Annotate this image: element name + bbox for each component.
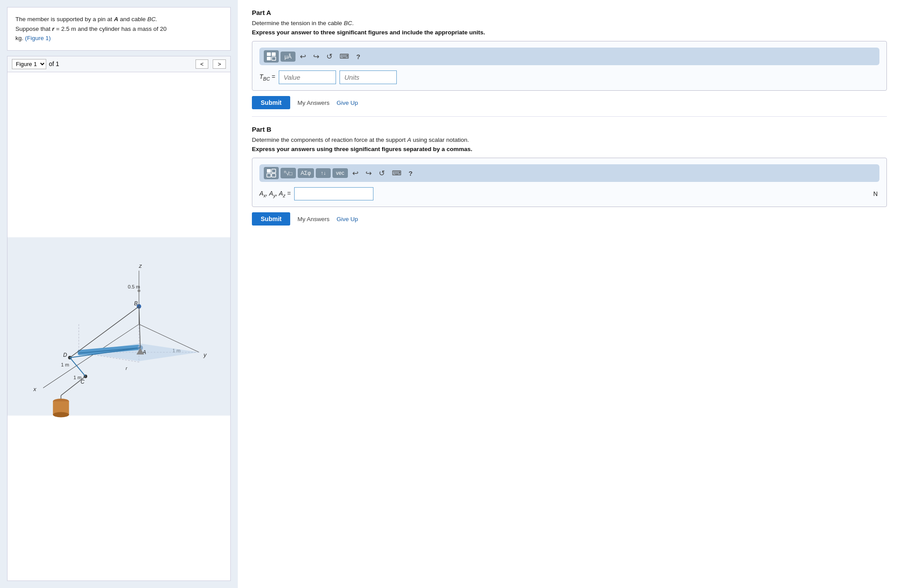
svg-rect-0 (7, 237, 230, 415)
part-b-answer-box: n√□ ΑΣφ ↑↓ vec ↩ ↪ ↺ ⌨ ? (252, 158, 887, 207)
part-a-input-row: TBC = (259, 70, 879, 84)
part-a-toolbar: μÅ ↩ ↪ ↺ ⌨ ? (259, 48, 879, 65)
svg-rect-40 (267, 52, 271, 56)
symbol-button-a[interactable]: μÅ (281, 52, 295, 62)
figure-select[interactable]: Figure 1 (12, 59, 46, 69)
help-button-a[interactable]: ? (354, 52, 363, 61)
part-a-section: Part A Determine the tension in the cabl… (252, 0, 887, 117)
problem-text-6: . (22, 35, 25, 41)
svg-point-39 (138, 289, 140, 292)
svg-text:D: D (63, 352, 67, 358)
svg-text:0.5 m: 0.5 m (128, 284, 140, 289)
problem-text-2: and cable (118, 16, 147, 22)
give-up-b[interactable]: Give Up (336, 216, 358, 222)
figure-svg: z y x 0.5 m 1 m 1 m 1 m r (7, 72, 230, 581)
part-b-section: Part B Determine the components of react… (252, 117, 887, 233)
give-up-a[interactable]: Give Up (336, 100, 358, 106)
part-a-answer-box: μÅ ↩ ↪ ↺ ⌨ ? TBC = (252, 41, 887, 91)
part-a-title: Part A (252, 9, 887, 16)
template-button-a[interactable] (264, 50, 279, 63)
greek-button-b[interactable]: ΑΣφ (298, 168, 314, 178)
figure-container: Figure 1 of 1 < > z y x 0.5 m 1 m 1 m 1 … (7, 56, 231, 581)
part-a-action-row: Submit My Answers Give Up (252, 96, 887, 109)
right-panel: Part A Determine the tension in the cabl… (238, 0, 901, 588)
left-panel: The member is supported by a pin at A an… (0, 0, 238, 588)
svg-point-35 (53, 412, 69, 417)
tbc-label: TBC = (259, 73, 275, 81)
svg-rect-45 (272, 169, 276, 173)
vec-button-b[interactable]: vec (332, 168, 348, 178)
svg-rect-43 (272, 57, 276, 60)
svg-rect-42 (267, 57, 271, 60)
part-b-input-row: Ax, Ay, Az = N (259, 187, 879, 200)
keyboard-button-a[interactable]: ⌨ (337, 52, 352, 61)
svg-text:1 m: 1 m (61, 362, 69, 367)
submit-button-a[interactable]: Submit (252, 96, 290, 109)
figure-next-button[interactable]: > (213, 59, 226, 69)
help-button-b[interactable]: ? (406, 169, 415, 178)
part-a-instruction: Express your answer to three significant… (252, 29, 887, 36)
redo-button-a[interactable]: ↪ (310, 51, 322, 62)
part-b-A: A (407, 137, 411, 143)
value-input-a[interactable] (279, 70, 336, 84)
reset-button-b[interactable]: ↺ (376, 168, 388, 179)
svg-rect-41 (272, 52, 276, 56)
reset-button-a[interactable]: ↺ (324, 51, 335, 62)
figure-canvas: z y x 0.5 m 1 m 1 m 1 m r (7, 72, 230, 581)
problem-cable-BC: BC. (147, 16, 157, 22)
svg-text:B: B (134, 300, 137, 306)
my-answers-b[interactable]: My Answers (297, 216, 329, 222)
svg-text:z: z (139, 262, 142, 269)
problem-box: The member is supported by a pin at A an… (7, 7, 231, 51)
part-b-toolbar: n√□ ΑΣφ ↑↓ vec ↩ ↪ ↺ ⌨ ? (259, 164, 879, 182)
submit-button-b[interactable]: Submit (252, 212, 290, 226)
part-b-description: Determine the components of reaction for… (252, 137, 887, 143)
part-b-instruction: Express your answers using three signifi… (252, 146, 887, 152)
keyboard-button-b[interactable]: ⌨ (389, 168, 404, 178)
unit-label-b: N (873, 190, 879, 197)
svg-rect-47 (272, 174, 276, 177)
svg-rect-46 (267, 174, 271, 177)
part-a-description: Determine the tension in the cable BC. (252, 20, 887, 26)
part-b-action-row: Submit My Answers Give Up (252, 212, 887, 226)
figure-of-label: of 1 (49, 60, 59, 67)
undo-button-b[interactable]: ↩ (350, 168, 361, 179)
radical-button-b[interactable]: n√□ (281, 168, 296, 178)
axyz-label: Ax, Ay, Az = (259, 190, 291, 198)
problem-point-A: A (114, 16, 118, 22)
part-b-title: Part B (252, 126, 887, 133)
svg-rect-44 (267, 169, 271, 173)
part-a-bc: BC (344, 20, 352, 26)
svg-text:x: x (33, 386, 37, 392)
problem-text-4: = 2.5 m and the cylinder has a mass of 2… (55, 26, 167, 32)
undo-button-a[interactable]: ↩ (297, 51, 309, 62)
matrix-button-b[interactable] (264, 167, 279, 179)
figure-header: Figure 1 of 1 < > (7, 56, 230, 72)
units-input-a[interactable] (340, 70, 397, 84)
my-answers-a[interactable]: My Answers (297, 100, 329, 106)
problem-text-1: The member is supported by a pin at (15, 16, 114, 22)
figure-prev-button[interactable]: < (196, 59, 209, 69)
figure-link[interactable]: (Figure 1) (25, 35, 51, 41)
arrows-button-b[interactable]: ↑↓ (316, 168, 331, 178)
problem-text-3: Suppose that (15, 26, 52, 32)
redo-button-b[interactable]: ↪ (363, 168, 374, 179)
answer-input-b[interactable] (294, 187, 373, 200)
problem-kg: kg (15, 35, 22, 41)
